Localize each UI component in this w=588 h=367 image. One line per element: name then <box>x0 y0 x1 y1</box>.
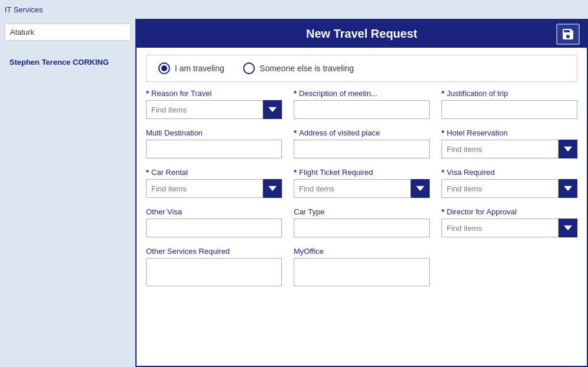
chevron-down-icon <box>564 184 572 193</box>
required-star: * <box>441 128 444 137</box>
input-address-of-visited-place[interactable] <box>294 140 430 158</box>
label-director-for-approval: * Director for Approval <box>441 207 577 216</box>
label-justification-of-trip: * Justification of trip <box>441 89 577 98</box>
required-star: * <box>294 128 297 137</box>
required-star: * <box>146 168 149 177</box>
label-car-rental: * Car Rental <box>146 168 282 177</box>
select-wrapper-car-rental <box>146 179 282 198</box>
input-flight-ticket-required[interactable] <box>294 179 411 198</box>
textarea-myoffice[interactable] <box>294 258 430 286</box>
radio-other-label: Someone else is traveling <box>260 64 354 73</box>
required-star: * <box>294 89 297 98</box>
select-wrapper-director-for-approval <box>441 219 577 237</box>
chevron-down-icon <box>416 184 424 193</box>
chevron-down-icon <box>268 105 277 114</box>
input-car-rental[interactable] <box>146 179 263 198</box>
dropdown-btn-flight-ticket-required[interactable] <box>411 179 430 198</box>
select-wrapper-flight-ticket-required <box>294 179 430 198</box>
radio-self-label: I am traveling <box>175 64 224 73</box>
input-hotel-reservation[interactable] <box>441 140 559 158</box>
dropdown-btn-visa-required[interactable] <box>559 179 577 198</box>
main-form-area: New Travel Request I am traveling Someon… <box>135 19 588 367</box>
label-other-visa: Other Visa <box>146 207 282 216</box>
form-grid: * Reason for Travel * Description of mee… <box>137 89 587 286</box>
label-visa-required: * Visa Required <box>441 168 577 177</box>
required-star: * <box>441 89 444 98</box>
label-description-of-meeting: * Description of meetin... <box>294 89 430 98</box>
field-director-for-approval: * Director for Approval <box>441 207 577 237</box>
field-reason-for-travel: * Reason for Travel <box>146 89 282 119</box>
field-myoffice: MyOffice <box>294 247 430 286</box>
field-flight-ticket-required: * Flight Ticket Required <box>294 168 430 198</box>
dropdown-btn-hotel-reservation[interactable] <box>559 140 577 158</box>
app-title: IT Services <box>5 5 43 14</box>
top-bar: IT Services <box>0 0 588 19</box>
chevron-down-icon <box>268 184 277 193</box>
radio-self-circle[interactable] <box>158 62 170 74</box>
chevron-down-icon <box>564 145 572 153</box>
form-title: New Travel Request <box>306 27 417 41</box>
save-icon <box>561 27 575 41</box>
label-address-of-visited-place: * Address of visited place <box>294 128 430 137</box>
label-car-type: Car Type <box>294 207 430 216</box>
label-other-services-required: Other Services Required <box>146 247 282 256</box>
dropdown-btn-director-for-approval[interactable] <box>559 219 577 237</box>
field-description-of-meeting: * Description of meetin... <box>294 89 430 119</box>
input-director-for-approval[interactable] <box>441 219 559 237</box>
user-info: Stephen Terence CORKING <box>0 50 135 75</box>
travel-selector: I am traveling Someone else is traveling <box>146 55 577 82</box>
label-hotel-reservation: * Hotel Reservation <box>441 128 577 137</box>
field-car-rental: * Car Rental <box>146 168 282 198</box>
dropdown-btn-reason-for-travel[interactable] <box>263 100 282 119</box>
field-visa-required: * Visa Required <box>441 168 577 198</box>
input-car-type[interactable] <box>294 219 430 237</box>
required-star: * <box>294 168 297 177</box>
radio-other-traveling[interactable]: Someone else is traveling <box>243 62 354 74</box>
label-multi-destination: Multi Destination <box>146 128 282 137</box>
field-other-visa: Other Visa <box>146 207 282 237</box>
required-star: * <box>146 89 149 98</box>
textarea-other-services-required[interactable] <box>146 258 282 286</box>
field-address-of-visited-place: * Address of visited place <box>294 128 430 158</box>
required-star: * <box>441 207 444 216</box>
dropdown-btn-car-rental[interactable] <box>263 179 282 198</box>
input-other-visa[interactable] <box>146 219 282 237</box>
select-wrapper-visa-required <box>441 179 577 198</box>
input-justification-of-trip[interactable] <box>441 100 577 119</box>
sidebar: Stephen Terence CORKING <box>0 19 135 367</box>
radio-self-traveling[interactable]: I am traveling <box>158 62 224 74</box>
label-myoffice: MyOffice <box>294 247 430 256</box>
select-wrapper-reason-for-travel <box>146 100 282 119</box>
form-header: New Travel Request <box>137 20 587 48</box>
radio-other-circle[interactable] <box>243 62 255 74</box>
select-wrapper-hotel-reservation <box>441 140 577 158</box>
field-multi-destination: Multi Destination <box>146 128 282 158</box>
label-reason-for-travel: * Reason for Travel <box>146 89 282 98</box>
input-visa-required[interactable] <box>441 179 559 198</box>
user-name: Stephen Terence CORKING <box>9 58 109 67</box>
input-reason-for-travel[interactable] <box>146 100 263 119</box>
chevron-down-icon <box>564 224 572 232</box>
label-flight-ticket-required: * Flight Ticket Required <box>294 168 430 177</box>
field-car-type: Car Type <box>294 207 430 237</box>
field-hotel-reservation: * Hotel Reservation <box>441 128 577 158</box>
field-justification-of-trip: * Justification of trip <box>441 89 577 119</box>
required-star: * <box>441 168 444 177</box>
search-input[interactable] <box>5 24 131 41</box>
input-description-of-meeting[interactable] <box>294 100 430 119</box>
input-multi-destination[interactable] <box>146 140 282 158</box>
field-other-services-required: Other Services Required <box>146 247 282 286</box>
save-button[interactable] <box>556 24 580 45</box>
